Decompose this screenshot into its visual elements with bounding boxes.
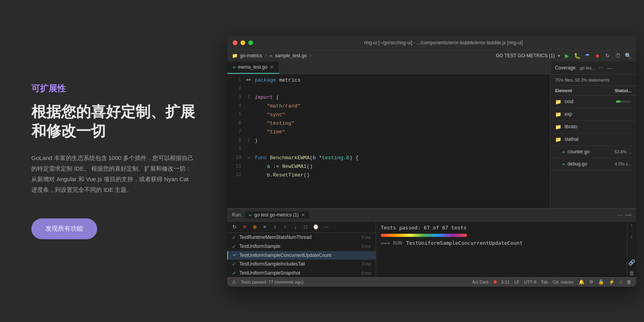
- test-output[interactable]: Tests passed: 67 of 67 tests === RUN Tes…: [376, 222, 627, 277]
- folder-icon: 📁: [555, 124, 561, 130]
- coverage-item-stathat[interactable]: 📁 stathat: [550, 133, 636, 146]
- history-icon[interactable]: ⏱: [614, 52, 621, 59]
- file-icon: ∞: [562, 162, 565, 166]
- export-toolbar-icon[interactable]: □: [302, 223, 309, 231]
- status-indicator: [494, 280, 497, 284]
- maximize-button[interactable]: [248, 40, 253, 45]
- code-line-3: 3 { import (: [227, 95, 550, 103]
- settings-icon[interactable]: ⚙: [589, 279, 593, 285]
- scroll-up-button[interactable]: ↑: [628, 222, 636, 229]
- more-toolbar-icon[interactable]: ⋯: [322, 223, 330, 231]
- chevron-down-icon[interactable]: ▾: [558, 53, 560, 58]
- run-config-name[interactable]: GO TEST GO-METRICS (1): [496, 53, 555, 58]
- breadcrumb-sep1: >: [264, 53, 267, 58]
- run-tab-icon: ∞: [249, 213, 252, 217]
- coverage-item-cmd[interactable]: 📁 cmd: [550, 96, 636, 108]
- search-icon[interactable]: 🔍: [624, 52, 631, 59]
- code-line-9: 9: [227, 146, 550, 155]
- gutter-check-icon: ✓: [247, 155, 250, 161]
- file-icon: ∞: [562, 149, 565, 154]
- run-panel: Run: ∞ go test go-metrics (1) ✕ ⋯ — ↻ ✕ …: [227, 208, 636, 287]
- coverage-item-debug[interactable]: ∞ debug.go 4.5% s...: [550, 158, 636, 170]
- minimize-button[interactable]: [241, 40, 245, 45]
- coverage-close-icon[interactable]: —: [607, 65, 613, 71]
- code-line-12: 12 b.ResetTimer(): [227, 172, 550, 181]
- code-line-8: 8 } ): [227, 138, 550, 146]
- plus-toolbar-icon[interactable]: ⊕: [251, 223, 259, 231]
- stop-toolbar-icon[interactable]: ✕: [241, 223, 248, 231]
- breadcrumb-file[interactable]: sample_test.go: [275, 53, 307, 58]
- trash-icon[interactable]: 🗑: [628, 269, 636, 277]
- gutter-close-brace-icon: }: [248, 138, 250, 142]
- coverage-item-counter[interactable]: ∞ counter.go 53.8% ...: [550, 146, 636, 158]
- code-line-11: 11 a := NewEWMA1(): [227, 164, 550, 172]
- ide-window: ring-ui [~/go/src/ring-ui] - .../compone…: [227, 36, 636, 287]
- coverage-select[interactable]: go tes...: [580, 65, 595, 70]
- trash-status-icon[interactable]: 🗑: [627, 279, 631, 285]
- breadcrumb-folder[interactable]: go-metrics: [240, 53, 262, 58]
- up-toolbar-icon[interactable]: ↑: [281, 223, 289, 231]
- stop-icon[interactable]: ■: [594, 52, 601, 59]
- run-panel-body: ↻ ✕ ⊕ ≡ ↕ ↑ ↓ □ ⌚ ⋯ ✓ TestRuntimeMemStat…: [227, 222, 636, 277]
- history-toolbar-icon[interactable]: ⌚: [312, 223, 320, 231]
- scroll-down-button[interactable]: ↓: [628, 233, 636, 240]
- test-item-memstats[interactable]: ✓ TestRuntimeMemStatsNumThread 0 ms: [227, 233, 376, 242]
- test-item-concurrent[interactable]: ↩ TestUniformSampleConcurrentUpdateCount: [227, 251, 376, 260]
- notifications-icon[interactable]: 🔔: [579, 279, 584, 285]
- rerun-toolbar-icon[interactable]: ↻: [230, 223, 238, 231]
- rerun-icon[interactable]: ↻: [604, 52, 611, 59]
- folder-icon: 📁: [555, 111, 561, 117]
- test-item-uniform[interactable]: ✓ TestUniformSample 0 ms: [227, 242, 376, 251]
- test-item-snapshot[interactable]: ✓ TestUniformSampleSnapshot 0 ms: [227, 269, 376, 277]
- debug-icon[interactable]: 🐛: [573, 52, 581, 59]
- code-panel: ∞ ewma_test.go ✕ 1 ▶▶ package metrics 2: [227, 62, 550, 208]
- code-line-1: 1 ▶▶ package metrics: [227, 77, 550, 86]
- coverage-item-librato[interactable]: 📁 librato: [550, 121, 636, 133]
- coverage-bar-cmd: [616, 100, 631, 103]
- window-title: ring-ui [~/go/src/ring-ui] - .../compone…: [256, 40, 631, 45]
- coverage-title: Coverage:: [555, 65, 577, 71]
- discover-button[interactable]: 发现所有功能: [31, 218, 97, 239]
- link-icon[interactable]: 🔗: [628, 258, 636, 266]
- sort-toolbar-icon[interactable]: ≡: [261, 223, 269, 231]
- test-check-icon: ✓: [232, 244, 236, 249]
- run-tab-close-icon[interactable]: ✕: [301, 212, 305, 218]
- tag-label: 可扩展性: [31, 83, 196, 95]
- run-minimize-icon[interactable]: —: [625, 211, 631, 218]
- lock-icon[interactable]: 🔒: [598, 279, 604, 285]
- test-item-includes-tail[interactable]: ✓ TestUniformSampleIncludesTail 0 ms: [227, 260, 376, 269]
- folder-icon: 📁: [232, 53, 238, 58]
- tab-close-icon[interactable]: ✕: [270, 65, 273, 70]
- terminal-icon[interactable]: □: [619, 279, 622, 285]
- filter-toolbar-icon[interactable]: ↕: [271, 223, 279, 231]
- code-line-2: 2: [227, 86, 550, 95]
- folder-icon: 📁: [555, 136, 561, 142]
- down-toolbar-icon[interactable]: ↓: [291, 223, 299, 231]
- run-more-icon[interactable]: ⋯: [617, 211, 623, 219]
- test-check-icon: ✓: [232, 270, 236, 276]
- status-lf: LF: [514, 280, 519, 284]
- test-check-icon: ✓: [232, 261, 236, 267]
- run-output-line: === RUN TestUniformSampleConcurrentUpdat…: [381, 240, 622, 246]
- tab-ewma-test[interactable]: ∞ ewma_test.go ✕: [227, 62, 279, 74]
- status-tests-passed: Tests passed: 77 (moments ago): [241, 280, 304, 284]
- coverage-more-icon[interactable]: ⋯: [599, 65, 604, 71]
- close-button[interactable]: [233, 40, 237, 45]
- tab-label: ewma_test.go: [238, 64, 268, 70]
- run-tab[interactable]: ∞ go test go-metrics (1) ✕: [245, 211, 309, 218]
- power-icon[interactable]: ⚡: [609, 279, 615, 285]
- col-stats-header: Statist...: [615, 88, 631, 93]
- coverage-icon[interactable]: ☂: [584, 52, 591, 59]
- status-position: 5:11: [501, 280, 510, 284]
- test-check-icon: ✓: [232, 235, 236, 240]
- folder-icon: 📁: [555, 99, 561, 105]
- code-content[interactable]: 1 ▶▶ package metrics 2 3 { import ( 4: [227, 74, 550, 208]
- run-icon[interactable]: ▶: [563, 52, 570, 59]
- breadcrumb-sep2: >: [309, 53, 312, 58]
- code-line-4: 4 "math/rand": [227, 103, 550, 112]
- run-panel-icons: ⋯ —: [617, 211, 631, 219]
- coverage-item-exp[interactable]: 📁 exp: [550, 108, 636, 121]
- title-bar: ring-ui [~/go/src/ring-ui] - .../compone…: [227, 36, 636, 50]
- col-element-header: Element: [555, 88, 615, 93]
- editor-tabs: ∞ ewma_test.go ✕: [227, 62, 550, 74]
